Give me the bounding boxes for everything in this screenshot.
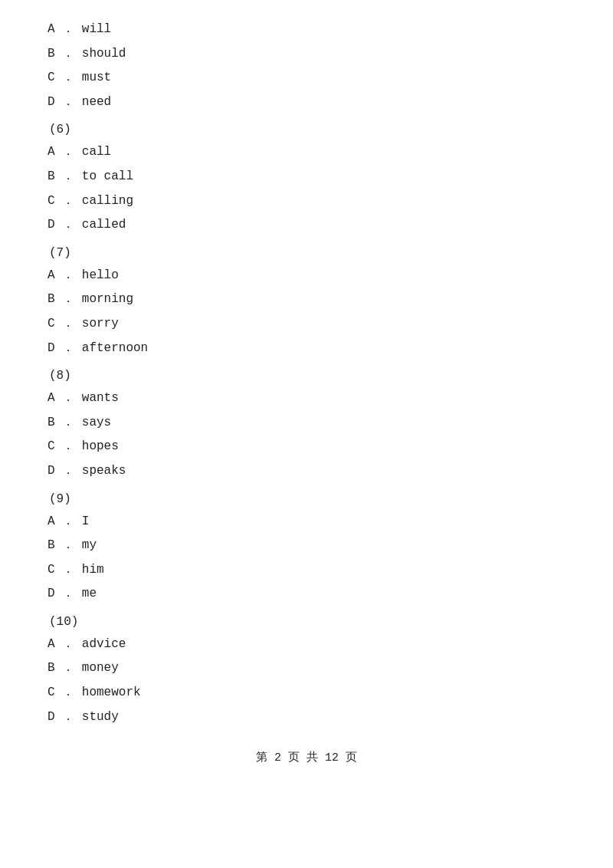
option-2-0: A ． hello [46,266,567,286]
option-0-2: C ． must [46,68,567,88]
question-number-3: (8) [46,369,567,383]
option-0-3: D ． need [46,93,567,113]
option-3-2: C ． hopes [46,437,567,457]
option-2-1: B ． morning [46,290,567,310]
option-3-1: B ． says [46,413,567,433]
question-group-4: (9)A ． IB ． myC ． himD ． me [46,492,567,604]
question-group-0: A ． willB ． shouldC ． mustD ． need [46,20,567,112]
option-4-3: D ． me [46,584,567,604]
option-0-0: A ． will [46,20,567,40]
option-5-1: B ． money [46,659,567,679]
footer-text: 第 2 页 共 12 页 [256,751,357,764]
question-group-2: (7)A ． helloB ． morningC ． sorryD ． afte… [46,246,567,358]
option-5-0: A ． advice [46,635,567,655]
option-1-3: D ． called [46,215,567,235]
question-list: A ． willB ． shouldC ． mustD ． need(6)A ．… [46,20,567,727]
question-number-1: (6) [46,123,567,136]
option-0-1: B ． should [46,44,567,64]
option-2-3: D ． afternoon [46,339,567,359]
option-1-2: C ． calling [46,192,567,212]
question-group-1: (6)A ． callB ． to callC ． callingD ． cal… [46,123,567,235]
question-number-5: (10) [46,615,567,629]
option-2-2: C ． sorry [46,314,567,334]
option-4-1: B ． my [46,536,567,556]
option-1-0: A ． call [46,143,567,163]
option-4-2: C ． him [46,561,567,580]
question-number-2: (7) [46,246,567,260]
option-5-3: D ． study [46,708,567,728]
option-1-1: B ． to call [46,167,567,187]
question-group-3: (8)A ． wantsB ． saysC ． hopesD ． speaks [46,369,567,481]
question-number-4: (9) [46,492,567,506]
option-5-2: C ． homework [46,683,567,703]
page-footer: 第 2 页 共 12 页 [46,750,567,764]
question-group-5: (10)A ． adviceB ． moneyC ． homeworkD ． s… [46,615,567,727]
option-4-0: A ． I [46,512,567,532]
option-3-3: D ． speaks [46,462,567,482]
option-3-0: A ． wants [46,389,567,409]
